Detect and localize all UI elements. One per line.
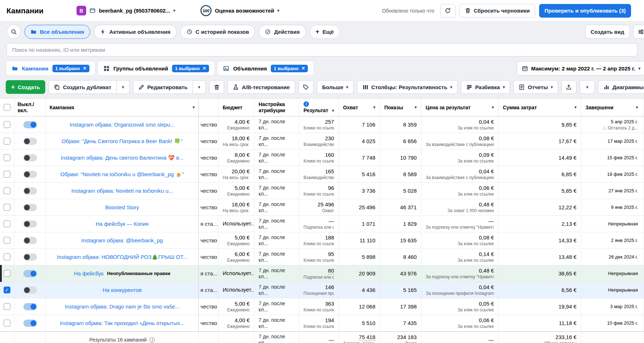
table-row[interactable]: Instagram објава: День святого Валентина… xyxy=(0,150,644,166)
sort-caret-icon[interactable]: ▾ xyxy=(332,109,334,113)
row-checkbox[interactable] xyxy=(4,121,10,128)
selected-count-badge[interactable]: 1 выбрано ✕ xyxy=(52,65,89,72)
duplicate-button[interactable]: Создать дубликат xyxy=(48,80,117,94)
header-campaign[interactable]: Кампания ▾ xyxy=(46,99,199,116)
header-toggle[interactable]: Выкл./ вкл. xyxy=(14,99,46,116)
more-button[interactable]: Больше ▾ xyxy=(317,80,354,94)
discard-drafts-button[interactable]: Сбросить черновики xyxy=(459,4,535,18)
refresh-button[interactable] xyxy=(440,4,455,18)
header-impressions[interactable]: Показы ▾ xyxy=(380,99,421,116)
header-budget[interactable]: Бюджет xyxy=(218,99,254,116)
header-reach[interactable]: Охват ▾ xyxy=(339,99,380,116)
campaign-name-link[interactable]: Instagram објава: НОВОГОДНИЙ РОЗ🎄ГРЫШ ОТ… xyxy=(57,254,187,260)
table-row[interactable]: Instagram објава: НОВОГОДНИЙ РОЗ🎄ГРЫШ ОТ… xyxy=(0,249,644,265)
sort-caret-icon[interactable]: ▾ xyxy=(492,105,494,109)
header-amount-spent[interactable]: Сумма затрат ▾ xyxy=(499,99,581,116)
breakdown-button[interactable]: Разбивка ▾ xyxy=(461,80,510,94)
row-checkbox[interactable] xyxy=(4,320,10,326)
row-checkbox[interactable] xyxy=(4,253,10,260)
row-toggle[interactable] xyxy=(23,171,37,178)
reports-button[interactable]: Отчеты ▾ xyxy=(513,80,558,94)
duplicate-menu-button[interactable]: ▾ xyxy=(117,80,130,94)
sort-caret-icon[interactable]: ▾ xyxy=(574,105,576,109)
campaign-name-link[interactable]: Instagram објава: Так проходил «День отк… xyxy=(60,320,185,326)
row-checkbox[interactable] xyxy=(4,220,10,227)
table-row[interactable]: Boosted Story чество 18,00 € На весь сро… xyxy=(0,199,644,216)
filter-had-delivery[interactable]: С историей показов xyxy=(180,25,255,39)
campaign-name-link[interactable]: Instagram објава: @beerbank_pg xyxy=(82,237,163,243)
charts-button[interactable]: Диаграммы xyxy=(598,80,644,94)
sort-caret-icon[interactable]: ▾ xyxy=(414,105,417,109)
row-checkbox[interactable] xyxy=(4,287,10,293)
campaign-name-link[interactable]: На фейсбук — Копия xyxy=(96,221,148,227)
row-toggle[interactable] xyxy=(23,121,37,128)
header-result[interactable]: i Результат ▾ xyxy=(299,99,339,116)
info-icon[interactable]: i xyxy=(149,337,155,343)
table-row[interactable]: Instagram објава: Drago nam je što smo v… xyxy=(0,298,644,315)
sort-caret-icon[interactable]: ▾ xyxy=(636,105,638,109)
row-toggle[interactable] xyxy=(23,138,37,145)
row-checkbox[interactable] xyxy=(4,270,10,277)
row-checkbox[interactable] xyxy=(4,187,10,194)
row-toggle[interactable] xyxy=(23,154,37,161)
columns-button[interactable]: Столбцы: Результативность ▾ xyxy=(357,80,458,94)
header-cost-per-result[interactable]: Цена за результат ▾ xyxy=(421,99,499,116)
date-range-picker[interactable]: Максимум: 2 мар 2022 г. — 2 апр 2025 г. … xyxy=(517,61,644,76)
row-toggle[interactable] xyxy=(23,237,37,244)
table-row[interactable]: Instagram објава: @beerbank_pg чество 5,… xyxy=(0,232,644,249)
filter-more[interactable]: + Ещё xyxy=(310,25,340,39)
search-input[interactable] xyxy=(6,43,638,56)
row-checkbox[interactable] xyxy=(4,138,10,145)
header-end-date[interactable]: Завершени ▾ xyxy=(581,99,644,116)
close-icon[interactable]: ✕ xyxy=(83,66,87,70)
filter-active-ads[interactable]: Активные объявления xyxy=(94,25,176,39)
delete-button[interactable] xyxy=(209,80,224,94)
row-checkbox[interactable] xyxy=(4,237,10,244)
table-row[interactable]: На фейсбук Неопубликованные правки я ста… xyxy=(0,265,644,282)
campaign-name-link[interactable]: Instagram објава: Noviteti na točioniku … xyxy=(71,188,173,194)
close-icon[interactable]: ✕ xyxy=(203,66,206,70)
tab-ads[interactable]: Объявления 1 выбрано ✕ xyxy=(217,61,314,76)
table-row[interactable]: Instagram објава: Так проходил «День отк… xyxy=(0,315,644,331)
campaign-name-link[interactable]: Објави: "Noviteti na točioniku u @beerba… xyxy=(60,171,184,178)
table-row[interactable]: На конкурентов я ста... Использует... 7 … xyxy=(0,282,644,298)
campaign-name-link[interactable]: Boosted Story xyxy=(105,204,139,210)
sort-caret-icon[interactable]: ▾ xyxy=(373,105,375,109)
export-menu-button[interactable]: ▾ xyxy=(580,80,595,94)
tab-campaigns[interactable]: Кампании 1 выбрано ✕ xyxy=(6,61,96,76)
selected-count-badge[interactable]: 1 выбрано ✕ xyxy=(172,65,209,72)
filter-all-ads[interactable]: Все объявления xyxy=(24,25,90,39)
tab-adsets[interactable]: Группы объявлений 1 выбрано ✕ xyxy=(97,61,215,76)
table-row[interactable]: На фейсбук — Копия я ста... Использует..… xyxy=(0,216,644,232)
campaign-name-link[interactable]: На фейсбук xyxy=(74,270,103,276)
sort-caret-icon[interactable]: ▾ xyxy=(193,105,195,109)
row-toggle[interactable] xyxy=(23,270,37,277)
row-toggle[interactable] xyxy=(23,303,37,310)
campaign-name-link[interactable]: Instagram објава: Drago nam je što smo v… xyxy=(65,303,179,310)
row-toggle[interactable] xyxy=(23,253,37,261)
campaign-name-link[interactable]: Објави: "День Святого Патрика в Beer Ban… xyxy=(62,138,183,145)
ab-test-button[interactable]: A/B-тестирование xyxy=(227,80,295,94)
edit-button[interactable]: Редактировать xyxy=(133,80,193,94)
account-switcher[interactable]: B beerbank_pg (9503780602... ▾ xyxy=(77,6,175,15)
row-checkbox[interactable] xyxy=(4,204,10,211)
row-checkbox[interactable] xyxy=(4,171,10,178)
campaign-name-link[interactable]: Instagram објава: Organizovali smo slepu… xyxy=(70,122,175,128)
close-icon[interactable]: ✕ xyxy=(301,66,305,70)
table-row[interactable]: Објави: "День Святого Патрика в Beer Ban… xyxy=(0,133,644,150)
selected-count-badge[interactable]: 1 выбрано ✕ xyxy=(271,65,308,72)
tag-button[interactable] xyxy=(298,80,314,94)
create-button[interactable]: + Создать xyxy=(6,80,45,94)
search-button[interactable] xyxy=(6,24,21,39)
opportunity-score[interactable]: 100 Оценка возможностей ▾ xyxy=(200,5,279,16)
row-toggle[interactable] xyxy=(23,287,37,294)
edit-menu-button[interactable]: ▾ xyxy=(193,80,206,94)
row-checkbox[interactable] xyxy=(4,303,10,310)
row-toggle[interactable] xyxy=(23,187,37,195)
campaign-name-link[interactable]: На конкурентов xyxy=(103,287,142,293)
table-row[interactable]: Instagram објава: Noviteti na točioniku … xyxy=(0,183,644,199)
create-view-button[interactable]: Создать вид xyxy=(585,25,630,38)
table-row[interactable]: Објави: "Noviteti na točioniku u @beerba… xyxy=(0,166,644,183)
export-button[interactable] xyxy=(561,80,576,94)
row-checkbox[interactable] xyxy=(4,154,10,161)
